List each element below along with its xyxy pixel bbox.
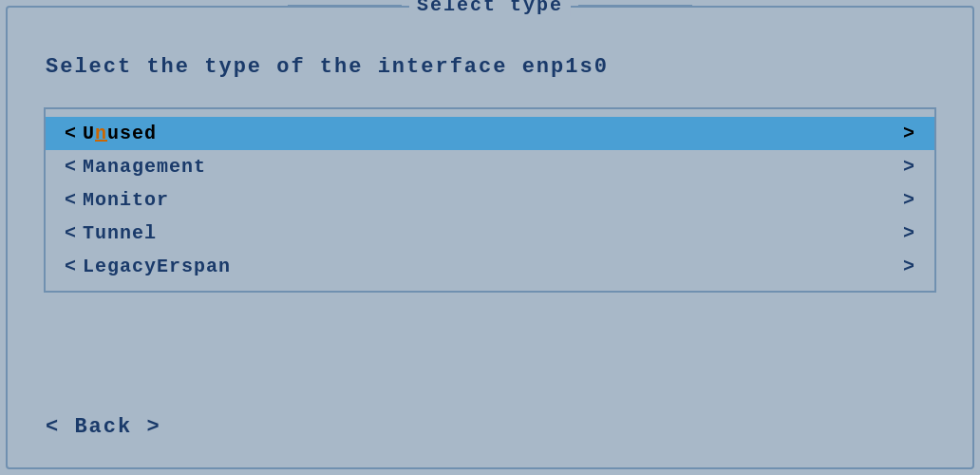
chevron-right-icon: > bbox=[903, 156, 915, 178]
chevron-left-icon: < bbox=[65, 123, 77, 144]
list-item-monitor[interactable]: < Monitor > bbox=[46, 183, 934, 217]
list-item-tunnel[interactable]: < Tunnel > bbox=[46, 217, 934, 250]
item-label-unused: Unused bbox=[83, 123, 157, 144]
chevron-right-icon: > bbox=[903, 189, 915, 211]
list-item-left: < Tunnel bbox=[65, 222, 157, 244]
chevron-left-icon: < bbox=[65, 156, 77, 178]
underline-char: n bbox=[95, 123, 107, 144]
list-item-left: < Unused bbox=[65, 123, 157, 144]
back-button[interactable]: < Back > bbox=[46, 415, 161, 439]
main-window: Select type Select the type of the inter… bbox=[6, 6, 974, 469]
chevron-left-icon: < bbox=[65, 256, 77, 277]
chevron-right-icon: > bbox=[903, 123, 915, 144]
chevron-left-icon: < bbox=[65, 189, 77, 211]
chevron-right-icon: > bbox=[903, 222, 915, 244]
subtitle-text: Select the type of the interface enp1s0 bbox=[46, 55, 609, 79]
title-bar: Select type bbox=[288, 0, 692, 16]
list-item-unused[interactable]: < Unused > bbox=[46, 117, 934, 150]
item-label-monitor: Monitor bbox=[83, 189, 169, 211]
chevron-left-icon: < bbox=[65, 222, 77, 244]
item-label-management: Management bbox=[83, 156, 206, 178]
item-label-tunnel: Tunnel bbox=[83, 222, 157, 244]
list-item-legacyerspan[interactable]: < LegacyErspan > bbox=[46, 250, 934, 283]
window-title: Select type bbox=[409, 0, 571, 16]
list-item-left: < LegacyErspan bbox=[65, 256, 231, 277]
chevron-right-icon: > bbox=[903, 256, 915, 277]
list-item-left: < Management bbox=[65, 156, 206, 178]
list-item-left: < Monitor bbox=[65, 189, 169, 211]
item-label-legacyerspan: LegacyErspan bbox=[83, 256, 231, 277]
type-list: < Unused > < Management > < Monitor > < bbox=[44, 107, 936, 293]
list-item-management[interactable]: < Management > bbox=[46, 150, 934, 183]
